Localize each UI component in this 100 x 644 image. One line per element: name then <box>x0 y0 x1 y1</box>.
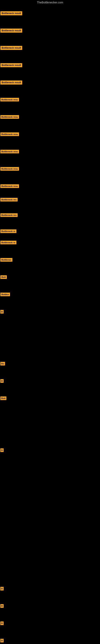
result-row-1: Bottleneck result <box>0 11 22 16</box>
bottleneck-badge-11[interactable]: Bottleneck resu <box>0 184 19 188</box>
result-row-23: Bott <box>0 396 6 401</box>
bottleneck-badge-6[interactable]: Bottleneck resu <box>0 98 19 102</box>
bottleneck-badge-33[interactable]: B <box>0 587 3 590</box>
result-row-12: Bottleneck res <box>0 198 18 202</box>
result-row-25: B <box>0 448 3 453</box>
result-row-33: B <box>0 587 3 591</box>
bottleneck-badge-14[interactable]: Bottleneck re <box>0 230 16 233</box>
bottleneck-badge-13[interactable]: Bottleneck res <box>0 213 18 217</box>
result-row-9: Bottleneck resu <box>0 150 19 154</box>
bottleneck-badge-25[interactable]: B <box>0 448 3 452</box>
result-row-21: Bo <box>0 362 5 366</box>
result-row-39: B <box>0 639 3 643</box>
result-row-22: B <box>0 379 3 384</box>
bottleneck-badge-1[interactable]: Bottleneck result <box>0 11 22 15</box>
bottleneck-badge-2[interactable]: Bottleneck result <box>0 28 22 32</box>
bottleneck-badge-12[interactable]: Bottleneck res <box>0 198 18 202</box>
bottleneck-badge-21[interactable]: Bo <box>0 362 5 366</box>
result-row-7: Bottleneck resu <box>0 115 19 120</box>
bottleneck-badge-15[interactable]: Bottleneck re <box>0 241 16 244</box>
result-row-34: B <box>0 604 3 608</box>
result-row-35: B <box>0 622 3 626</box>
result-row-4: Bottleneck result <box>0 63 22 68</box>
bottleneck-badge-22[interactable]: B <box>0 379 3 383</box>
bottleneck-badge-9[interactable]: Bottleneck resu <box>0 150 19 153</box>
result-row-18: Bottlen <box>0 292 10 297</box>
result-row-11: Bottleneck resu <box>0 184 19 189</box>
bottleneck-badge-4[interactable]: Bottleneck result <box>0 63 22 67</box>
result-row-8: Bottleneck resu <box>0 132 19 137</box>
result-row-2: Bottleneck result <box>0 28 22 34</box>
bottleneck-badge-3[interactable]: Bottleneck result <box>0 46 22 50</box>
site-title: TheBottlenecker.com <box>0 0 100 5</box>
bottleneck-badge-35[interactable]: B <box>0 622 3 625</box>
bottleneck-badge-17[interactable]: Bott <box>0 275 7 279</box>
bottleneck-badge-16[interactable]: Bottlenec <box>0 258 12 262</box>
bottleneck-badge-39[interactable]: B <box>0 639 3 642</box>
result-row-16: Bottlenec <box>0 258 12 262</box>
result-row-15: Bottleneck re <box>0 241 16 245</box>
bottleneck-badge-10[interactable]: Bottleneck resu <box>0 167 19 171</box>
result-row-3: Bottleneck result <box>0 46 22 51</box>
result-row-5: Bottleneck result <box>0 80 22 85</box>
bottleneck-badge-8[interactable]: Bottleneck resu <box>0 132 19 136</box>
result-row-19: B <box>0 310 3 314</box>
result-row-6: Bottleneck resu <box>0 98 19 102</box>
bottleneck-badge-34[interactable]: B <box>0 604 3 608</box>
bottleneck-badge-18[interactable]: Bottlen <box>0 292 10 296</box>
result-row-10: Bottleneck resu <box>0 167 19 172</box>
bottleneck-badge-19[interactable]: B <box>0 310 3 314</box>
result-row-13: Bottleneck res <box>0 213 18 218</box>
bottleneck-badge-23[interactable]: Bott <box>0 396 6 400</box>
result-row-17: Bott <box>0 275 7 280</box>
bottleneck-badge-5[interactable]: Bottleneck result <box>0 80 22 84</box>
result-row-14: Bottleneck re <box>0 230 16 234</box>
page-wrapper: TheBottlenecker.com Bottleneck result Bo… <box>0 0 100 644</box>
bottleneck-badge-7[interactable]: Bottleneck resu <box>0 115 19 119</box>
